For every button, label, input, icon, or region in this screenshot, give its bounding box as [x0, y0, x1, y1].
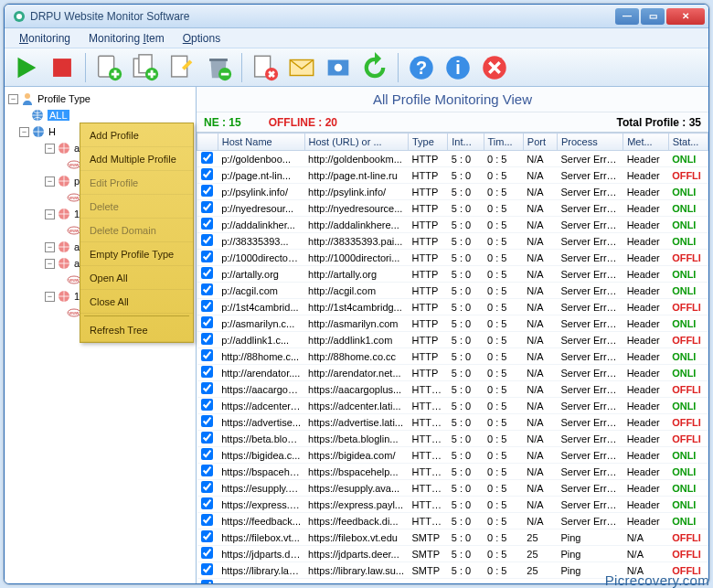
table-row[interactable]: https://esupply.a... https://esupply.ava… — [197, 480, 708, 497]
column-header[interactable]: Type — [409, 134, 448, 151]
cell-process: Server Erro... — [557, 233, 623, 250]
table-row[interactable]: p://acgil.com http://acgil.com HTTP 5 : … — [197, 283, 708, 299]
column-header[interactable]: Host Name — [218, 134, 304, 151]
table-row[interactable]: http://88home.c... http://88home.co.cc H… — [197, 348, 708, 365]
expand-icon[interactable]: − — [45, 292, 55, 302]
table-row[interactable]: https://advertise... https://advertise.l… — [197, 414, 708, 431]
row-checkbox[interactable] — [201, 218, 213, 230]
play-button[interactable] — [10, 52, 41, 83]
menu-monitoring-item[interactable]: Monitoring Item — [80, 30, 174, 47]
add-profile-button[interactable] — [93, 52, 124, 83]
table-row[interactable]: https://bspacehe... https://bspacehelp..… — [197, 464, 708, 480]
context-item[interactable]: Refresh Tree — [80, 318, 193, 342]
row-checkbox[interactable] — [201, 168, 213, 180]
row-checkbox[interactable] — [201, 316, 213, 328]
row-checkbox[interactable] — [201, 415, 213, 427]
row-checkbox[interactable] — [201, 366, 213, 378]
table-row[interactable]: p://38335393... http://38335393.pai... H… — [197, 233, 708, 250]
table-row[interactable]: p://artally.org http://artally.org HTTP … — [197, 266, 708, 283]
edit-profile-button[interactable] — [166, 52, 197, 83]
column-header[interactable]: Process — [557, 134, 623, 151]
row-checkbox[interactable] — [201, 201, 213, 213]
table-row[interactable]: p://page.nt-lin... http://page.nt-line.r… — [197, 167, 708, 184]
settings-button[interactable] — [323, 52, 354, 83]
table-row[interactable]: https://jdparts.de... https://jdparts.de… — [197, 546, 708, 562]
row-checkbox[interactable] — [201, 152, 213, 164]
table-row[interactable]: https://feedback... https://feedback.di.… — [197, 513, 708, 529]
expand-icon[interactable]: − — [45, 144, 55, 154]
row-checkbox[interactable] — [201, 497, 213, 509]
close-window-button[interactable]: ✕ — [666, 8, 705, 25]
help-button[interactable]: ? — [406, 52, 437, 83]
column-header[interactable]: Stat... — [668, 134, 708, 151]
context-item[interactable]: Empty Profile Type — [80, 242, 193, 266]
table-row[interactable]: p://addlink1.c... http://addlink1.com HT… — [197, 332, 708, 348]
menu-monitoring[interactable]: MMonitoringonitoring — [10, 30, 80, 47]
table-row[interactable]: p://1000directori... http://1000director… — [197, 250, 708, 266]
column-header[interactable]: Port — [523, 134, 557, 151]
expand-icon[interactable]: − — [45, 176, 55, 187]
row-checkbox[interactable] — [201, 547, 213, 559]
stop-button[interactable] — [47, 52, 78, 83]
exit-button[interactable] — [479, 52, 510, 83]
row-checkbox[interactable] — [201, 382, 213, 394]
table-row[interactable]: https://express.p... https://express.pay… — [197, 497, 708, 513]
info-button[interactable]: i — [442, 52, 474, 83]
expand-icon[interactable]: − — [45, 259, 55, 269]
table-row[interactable]: https://adcenter.... https://adcenter.la… — [197, 398, 708, 414]
row-checkbox[interactable] — [201, 580, 213, 583]
status-row: NE : 15 OFFLINE : 20 Total Profile : 35 — [197, 112, 708, 133]
maximize-button[interactable]: ▭ — [641, 8, 665, 25]
data-grid[interactable]: Host NameHost (URL) or ...TypeInt...Tim.… — [197, 133, 708, 583]
row-checkbox[interactable] — [201, 300, 213, 312]
tree-all[interactable]: ALL — [5, 107, 196, 123]
minimize-button[interactable]: — — [615, 8, 639, 25]
row-checkbox[interactable] — [201, 234, 213, 246]
context-item[interactable]: Add Multiple Profile — [80, 147, 193, 171]
table-row[interactable]: p://goldenboo... http://goldenbookm... H… — [197, 151, 708, 167]
table-row[interactable]: http://arendator.... http://arendator.ne… — [197, 365, 708, 381]
row-checkbox[interactable] — [201, 349, 213, 361]
row-checkbox[interactable] — [201, 514, 213, 526]
row-checkbox[interactable] — [201, 530, 213, 542]
tree-root[interactable]: − Profile Type — [5, 91, 196, 107]
mail-button[interactable] — [286, 52, 317, 83]
table-row[interactable]: p://nyedresour... http://nyedresource...… — [197, 200, 708, 217]
table-row[interactable]: p://asmarilyn.c... http://asmarilyn.com … — [197, 315, 708, 332]
table-row[interactable]: p://psylink.info/ http://psylink.info/ H… — [197, 184, 708, 200]
delete-button[interactable] — [203, 52, 234, 83]
menu-options[interactable]: Options — [174, 30, 229, 47]
column-header[interactable] — [197, 134, 218, 151]
row-checkbox[interactable] — [201, 465, 213, 476]
table-row[interactable]: p://1st4cambrid... http://1st4cambridg..… — [197, 299, 708, 315]
table-row[interactable]: https://bigidea.c... https://bigidea.com… — [197, 447, 708, 464]
row-checkbox[interactable] — [201, 448, 213, 460]
expand-icon[interactable]: − — [45, 209, 55, 219]
add-multiple-button[interactable] — [130, 52, 161, 83]
row-checkbox[interactable] — [201, 267, 213, 279]
column-header[interactable]: Tim... — [484, 134, 523, 151]
column-header[interactable]: Met... — [623, 134, 669, 151]
expand-icon[interactable]: − — [8, 94, 18, 104]
table-row[interactable]: p://addalinkher... http://addalinkhere..… — [197, 217, 708, 233]
row-checkbox[interactable] — [201, 399, 213, 411]
row-checkbox[interactable] — [201, 563, 213, 575]
context-item[interactable]: Add Profile — [80, 123, 193, 147]
row-checkbox[interactable] — [201, 283, 213, 295]
row-checkbox[interactable] — [201, 432, 213, 444]
column-header[interactable]: Host (URL) or ... — [304, 134, 408, 151]
row-checkbox[interactable] — [201, 251, 213, 262]
expand-icon[interactable]: − — [45, 242, 55, 252]
row-checkbox[interactable] — [201, 333, 213, 345]
row-checkbox[interactable] — [201, 481, 213, 493]
table-row[interactable]: https://beta.blogl... https://beta.blogl… — [197, 431, 708, 447]
context-item[interactable]: Close All — [80, 290, 193, 314]
expand-icon[interactable]: − — [19, 127, 29, 137]
delete-doc-button[interactable] — [250, 52, 281, 83]
context-item[interactable]: Open All — [80, 266, 193, 290]
table-row[interactable]: https://filebox.vt... https://filebox.vt… — [197, 529, 708, 546]
row-checkbox[interactable] — [201, 185, 213, 197]
column-header[interactable]: Int... — [448, 134, 484, 151]
refresh-button[interactable] — [359, 52, 390, 83]
table-row[interactable]: https://aacargopl... https://aacargoplus… — [197, 381, 708, 398]
